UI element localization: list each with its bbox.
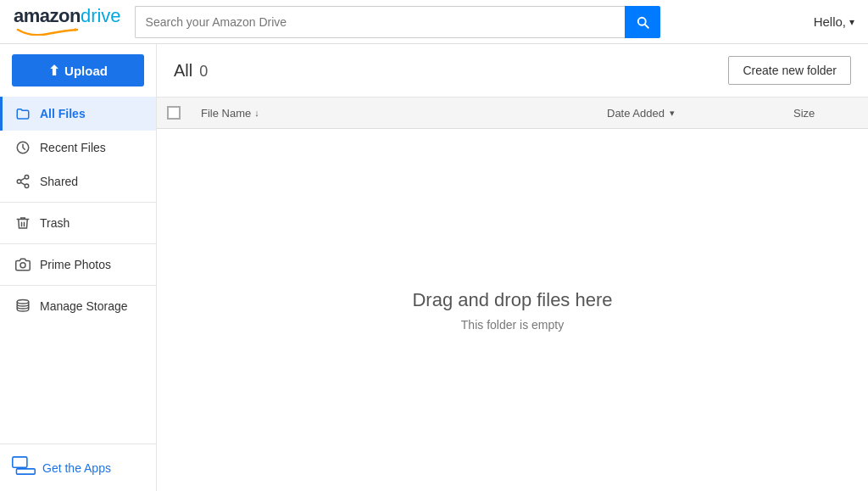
empty-message: Drag and drop files here — [412, 289, 612, 311]
svg-point-7 — [17, 300, 29, 304]
create-folder-button[interactable]: Create new folder — [728, 56, 851, 85]
user-greeting: Hello, — [814, 14, 846, 29]
sidebar-item-label: Shared — [40, 175, 78, 188]
trash-icon — [14, 215, 31, 232]
svg-point-6 — [20, 263, 25, 268]
share-icon — [14, 173, 31, 190]
search-icon — [635, 14, 650, 30]
header-filename[interactable]: File Name ↓ — [191, 98, 597, 129]
nav-divider-3 — [0, 285, 156, 286]
main-header: All 0 Create new folder — [157, 44, 868, 98]
empty-submessage: This folder is empty — [461, 318, 564, 332]
sort-icon: ↓ — [254, 108, 259, 118]
nav-divider-2 — [0, 243, 156, 244]
user-menu[interactable]: Hello, ▾ — [814, 14, 854, 29]
empty-area: Drag and drop files here This folder is … — [157, 129, 868, 491]
svg-line-4 — [20, 182, 25, 185]
upload-button[interactable]: ⬆ Upload — [12, 54, 144, 86]
sidebar: ⬆ Upload All Files Recent — [0, 44, 157, 491]
search-button[interactable] — [625, 6, 660, 38]
table-header-row: File Name ↓ Date Added ▾ Size — [157, 98, 868, 129]
sidebar-item-recent-files[interactable]: Recent Files — [0, 131, 156, 165]
sidebar-item-all-files[interactable]: All Files — [0, 97, 156, 131]
sidebar-item-label: Trash — [40, 216, 70, 230]
sidebar-item-trash[interactable]: Trash — [0, 206, 156, 240]
folder-icon — [14, 105, 31, 122]
sidebar-item-manage-storage[interactable]: Manage Storage — [0, 289, 156, 323]
sidebar-item-prime-photos[interactable]: Prime Photos — [0, 248, 156, 282]
upload-icon: ⬆ — [48, 63, 59, 79]
amazon-smile — [14, 25, 121, 38]
header-size: Size — [783, 98, 868, 129]
logo: amazon drive — [14, 5, 121, 38]
svg-rect-8 — [13, 457, 27, 467]
sidebar-item-label: All Files — [40, 107, 86, 120]
get-apps-button[interactable]: Get the Apps — [12, 456, 144, 479]
svg-point-3 — [25, 184, 29, 188]
size-header-label: Size — [793, 107, 815, 120]
clock-icon — [14, 139, 31, 156]
svg-rect-9 — [16, 469, 35, 474]
sidebar-footer: Get the Apps — [0, 444, 156, 491]
date-header-label: Date Added — [607, 107, 665, 120]
file-count: 0 — [199, 63, 208, 81]
sidebar-item-label: Prime Photos — [40, 258, 111, 271]
svg-point-2 — [17, 180, 21, 184]
search-bar — [135, 6, 660, 38]
sidebar-item-label: Recent Files — [40, 141, 106, 154]
chevron-down-icon: ▾ — [849, 16, 854, 28]
main-title-row: All 0 — [174, 61, 208, 81]
sidebar-item-shared[interactable]: Shared — [0, 165, 156, 198]
search-input[interactable] — [135, 6, 625, 38]
page-title: All — [174, 61, 192, 81]
nav-divider — [0, 202, 156, 203]
apps-icon — [12, 456, 36, 479]
sidebar-item-label: Manage Storage — [40, 299, 128, 313]
svg-point-1 — [25, 176, 29, 180]
camera-icon — [14, 256, 31, 273]
filter-icon: ▾ — [670, 108, 675, 119]
main-content: All 0 Create new folder File Name ↓ — [157, 44, 868, 491]
get-apps-label: Get the Apps — [42, 461, 111, 475]
filename-header-label: File Name — [201, 107, 251, 120]
nav-items: All Files Recent Files — [0, 97, 156, 444]
upload-label: Upload — [64, 64, 108, 78]
header: amazon drive Hello, ▾ — [0, 0, 868, 44]
file-table: File Name ↓ Date Added ▾ Size — [157, 98, 868, 129]
header-checkbox-cell — [157, 98, 191, 129]
header-date-added[interactable]: Date Added ▾ — [597, 98, 783, 129]
database-icon — [14, 298, 31, 315]
layout: ⬆ Upload All Files Recent — [0, 44, 868, 491]
svg-line-5 — [20, 178, 25, 181]
header-checkbox[interactable] — [167, 106, 181, 120]
